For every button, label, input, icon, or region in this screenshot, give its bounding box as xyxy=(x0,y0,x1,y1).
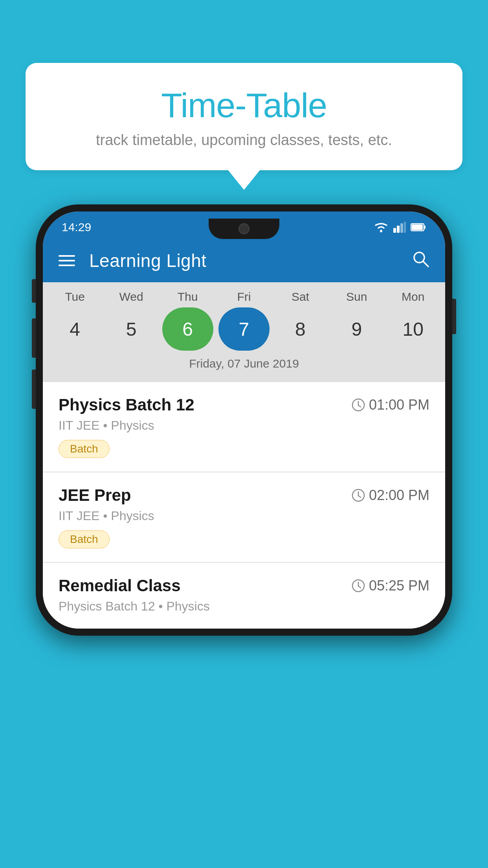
menu-button[interactable] xyxy=(59,255,75,266)
volume-up-button xyxy=(32,318,36,358)
class-item-3-header: Remedial Class 05:25 PM xyxy=(59,576,429,595)
class-item-2[interactable]: JEE Prep 02:00 PM IIT JEE • Physics Batc… xyxy=(43,473,445,562)
class-name-3: Remedial Class xyxy=(59,576,181,595)
class-time-3: 05:25 PM xyxy=(352,577,429,594)
svg-line-9 xyxy=(423,261,428,267)
batch-badge-1: Batch xyxy=(59,440,110,458)
day-header-mon: Mon xyxy=(387,290,438,303)
date-10[interactable]: 10 xyxy=(387,307,438,351)
wifi-icon xyxy=(374,222,389,233)
day-header-wed: Wed xyxy=(106,290,157,303)
hamburger-line-1 xyxy=(59,255,75,257)
class-meta-2: IIT JEE • Physics xyxy=(59,509,429,523)
day-header-sun: Sun xyxy=(331,290,382,303)
class-name-1: Physics Batch 12 xyxy=(59,395,194,414)
speech-bubble: Time-Table track timetable, upcoming cla… xyxy=(26,63,462,170)
svg-rect-2 xyxy=(397,226,400,233)
clock-icon-2 xyxy=(352,489,365,502)
date-5[interactable]: 5 xyxy=(106,307,157,351)
svg-line-12 xyxy=(358,405,361,407)
phone-wrapper: 14:29 xyxy=(36,204,452,636)
search-button[interactable] xyxy=(411,250,429,272)
hamburger-line-3 xyxy=(59,265,75,266)
clock-icon-1 xyxy=(352,398,365,412)
class-meta-3: Physics Batch 12 • Physics xyxy=(59,599,429,614)
bubble-subtitle: track timetable, upcoming classes, tests… xyxy=(45,132,443,149)
front-camera xyxy=(238,223,250,234)
date-6-today[interactable]: 6 xyxy=(162,307,213,351)
class-item-3[interactable]: Remedial Class 05:25 PM Physics Batch 12… xyxy=(43,563,445,629)
bubble-title: Time-Table xyxy=(45,86,443,125)
date-9[interactable]: 9 xyxy=(331,307,382,351)
svg-rect-4 xyxy=(404,222,406,233)
app-title: Learning Light xyxy=(89,250,397,271)
signal-icon xyxy=(393,222,406,233)
svg-point-0 xyxy=(380,230,382,232)
phone-notch xyxy=(209,219,279,239)
class-name-2: JEE Prep xyxy=(59,486,131,505)
status-icons xyxy=(374,222,426,233)
day-headers: Tue Wed Thu Fri Sat Sun Mon xyxy=(43,290,445,303)
date-8[interactable]: 8 xyxy=(275,307,326,351)
day-header-fri: Fri xyxy=(218,290,270,303)
svg-line-15 xyxy=(358,496,361,497)
class-item-1[interactable]: Physics Batch 12 01:00 PM IIT JEE • Phys… xyxy=(43,382,445,472)
phone-screen: 14:29 xyxy=(43,211,445,629)
date-7-selected[interactable]: 7 xyxy=(218,307,270,351)
batch-badge-2: Batch xyxy=(59,530,110,548)
phone-outer: 14:29 xyxy=(36,204,452,636)
class-time-text-2: 02:00 PM xyxy=(369,487,429,504)
day-header-sat: Sat xyxy=(275,290,326,303)
status-time: 14:29 xyxy=(62,221,91,234)
background: Time-Table track timetable, upcoming cla… xyxy=(0,0,488,868)
day-dates: 4 5 6 7 8 9 10 xyxy=(43,307,445,351)
day-header-thu: Thu xyxy=(162,290,213,303)
class-item-1-header: Physics Batch 12 01:00 PM xyxy=(59,395,429,414)
calendar-strip: Tue Wed Thu Fri Sat Sun Mon 4 5 6 7 8 xyxy=(43,282,445,382)
speech-bubble-container: Time-Table track timetable, upcoming cla… xyxy=(26,63,462,170)
day-header-tue: Tue xyxy=(50,290,101,303)
class-time-text-1: 01:00 PM xyxy=(369,397,429,413)
svg-rect-1 xyxy=(393,228,396,233)
clock-icon-3 xyxy=(352,579,365,592)
class-time-1: 01:00 PM xyxy=(352,397,429,413)
power-button xyxy=(452,299,456,334)
volume-silent-button xyxy=(32,279,36,303)
date-4[interactable]: 4 xyxy=(50,307,101,351)
svg-rect-6 xyxy=(424,226,426,229)
class-item-2-header: JEE Prep 02:00 PM xyxy=(59,486,429,505)
hamburger-line-2 xyxy=(59,260,75,261)
selected-date-label: Friday, 07 June 2019 xyxy=(43,351,445,378)
volume-down-button xyxy=(32,370,36,409)
battery-icon xyxy=(411,223,426,232)
svg-line-18 xyxy=(358,586,361,588)
svg-rect-3 xyxy=(400,223,403,233)
svg-rect-7 xyxy=(412,224,423,230)
class-time-2: 02:00 PM xyxy=(352,487,429,504)
app-bar: Learning Light xyxy=(43,239,445,282)
class-meta-1: IIT JEE • Physics xyxy=(59,418,429,433)
class-time-text-3: 05:25 PM xyxy=(369,577,429,594)
